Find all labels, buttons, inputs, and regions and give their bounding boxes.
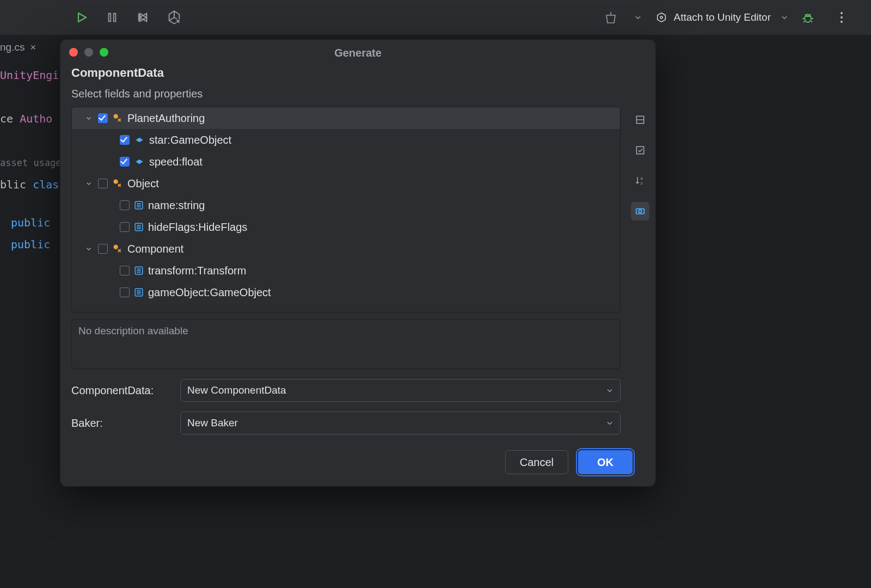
editor-tab-label: ng.cs xyxy=(0,41,24,53)
build-icon[interactable] xyxy=(600,7,622,28)
tree-node-object[interactable]: Object xyxy=(72,173,620,194)
dialog-heading: ComponentData xyxy=(71,66,625,80)
tree-node-gameobject[interactable]: gameObject:GameObject xyxy=(72,281,620,303)
checkbox[interactable] xyxy=(120,200,130,210)
sort-alpha-icon[interactable]: az xyxy=(631,171,649,190)
checkbox[interactable] xyxy=(120,135,130,145)
checkbox[interactable] xyxy=(120,266,130,275)
baker-select-value: New Baker xyxy=(187,417,238,429)
expand-all-icon[interactable] xyxy=(631,111,649,129)
ok-button-label: OK xyxy=(597,456,614,469)
checkbox[interactable] xyxy=(120,157,130,167)
show-inherited-icon[interactable] xyxy=(631,202,649,220)
code-token: clas xyxy=(33,178,59,191)
property-icon xyxy=(134,222,144,232)
class-icon xyxy=(112,113,123,124)
code-token: ce xyxy=(0,112,20,125)
chevron-down-icon[interactable] xyxy=(84,180,94,187)
class-icon xyxy=(112,243,123,254)
tree-node-transform[interactable]: transform:Transform xyxy=(72,260,620,281)
fields-tree: PlanetAuthoring star:GameObject speed:fl… xyxy=(71,107,621,313)
step-over-button[interactable] xyxy=(132,7,154,28)
svg-rect-18 xyxy=(636,146,643,154)
select-all-icon[interactable] xyxy=(631,141,649,160)
cancel-button[interactable]: Cancel xyxy=(505,450,568,474)
chip-icon xyxy=(655,11,667,23)
more-menu-button[interactable] xyxy=(831,7,852,28)
tree-node-star[interactable]: star:GameObject xyxy=(72,129,620,151)
code-token: blic xyxy=(0,178,33,191)
window-close-button[interactable] xyxy=(69,48,78,57)
tree-node-label: Object xyxy=(127,177,159,190)
chevron-down-icon[interactable] xyxy=(84,246,94,252)
svg-rect-1 xyxy=(114,14,116,22)
chevron-down-icon[interactable] xyxy=(84,115,94,121)
dialog-titlebar: Generate xyxy=(60,40,655,66)
run-config-selector[interactable]: Attach to Unity Editor xyxy=(651,6,793,29)
pause-button[interactable] xyxy=(101,7,123,28)
svg-point-5 xyxy=(660,16,663,19)
svg-point-8 xyxy=(841,16,843,19)
app-toolbar: Attach to Unity Editor xyxy=(0,0,871,36)
class-icon xyxy=(112,178,123,189)
debug-button[interactable] xyxy=(797,7,819,28)
tree-node-component[interactable]: Component xyxy=(72,238,620,260)
componentdata-select[interactable]: New ComponentData xyxy=(180,379,621,402)
field-icon xyxy=(134,156,145,167)
run-config-label: Attach to Unity Editor xyxy=(674,11,771,23)
svg-point-9 xyxy=(841,21,843,23)
svg-point-14 xyxy=(114,245,118,249)
checkbox[interactable] xyxy=(98,244,108,254)
dialog-subheading: Select fields and properties xyxy=(71,88,625,100)
componentdata-select-value: New ComponentData xyxy=(187,384,286,396)
svg-rect-0 xyxy=(109,14,111,22)
tree-node-name[interactable]: name:string xyxy=(72,194,620,216)
tree-node-hideflags[interactable]: hideFlags:HideFlags xyxy=(72,216,620,238)
svg-rect-2 xyxy=(138,14,139,22)
property-icon xyxy=(134,266,144,275)
baker-select[interactable]: New Baker xyxy=(180,412,621,434)
baker-label: Baker: xyxy=(71,417,173,430)
property-icon xyxy=(134,200,144,210)
window-minimize-button[interactable] xyxy=(84,48,93,57)
tree-node-label: PlanetAuthoring xyxy=(127,112,205,125)
svg-point-11 xyxy=(114,180,118,184)
chevron-down-icon xyxy=(781,14,788,21)
checkbox[interactable] xyxy=(120,287,130,297)
cancel-button-label: Cancel xyxy=(520,456,554,469)
editor-tab[interactable]: ng.cs × xyxy=(0,36,42,59)
tree-node-label: Component xyxy=(127,243,183,255)
window-zoom-button[interactable] xyxy=(100,48,108,57)
componentdata-label: ComponentData: xyxy=(71,384,173,397)
checkbox[interactable] xyxy=(98,179,108,188)
code-token: UnityEngi xyxy=(0,69,59,82)
property-icon xyxy=(134,287,144,297)
dialog-side-toolbar: az xyxy=(625,66,655,440)
svg-point-7 xyxy=(841,12,843,14)
ok-button[interactable]: OK xyxy=(578,450,633,474)
tree-node-planetauthoring[interactable]: PlanetAuthoring xyxy=(72,107,620,129)
field-icon xyxy=(134,134,145,145)
unity-attach-icon[interactable] xyxy=(162,7,186,28)
checkbox[interactable] xyxy=(120,222,130,232)
tree-node-label: transform:Transform xyxy=(148,265,246,277)
chevron-down-icon[interactable] xyxy=(630,7,646,28)
run-button[interactable] xyxy=(71,7,93,28)
svg-point-10 xyxy=(114,114,118,119)
code-hint: asset usage xyxy=(0,157,62,168)
tree-node-speed[interactable]: speed:float xyxy=(72,151,620,173)
code-token: public xyxy=(11,216,50,229)
tree-node-label: star:GameObject xyxy=(149,134,231,146)
description-text: No description available xyxy=(78,325,188,336)
code-token: public xyxy=(11,238,50,251)
close-icon[interactable]: × xyxy=(30,42,36,53)
tree-node-label: hideFlags:HideFlags xyxy=(148,221,247,234)
description-pane: No description available xyxy=(71,319,621,369)
checkbox[interactable] xyxy=(98,113,108,123)
chevron-down-icon xyxy=(606,419,614,427)
generate-dialog: Generate ComponentData Select fields and… xyxy=(60,39,656,487)
svg-text:z: z xyxy=(641,181,643,186)
svg-point-22 xyxy=(639,210,642,213)
tree-node-label: gameObject:GameObject xyxy=(148,286,271,299)
svg-rect-3 xyxy=(146,14,147,22)
